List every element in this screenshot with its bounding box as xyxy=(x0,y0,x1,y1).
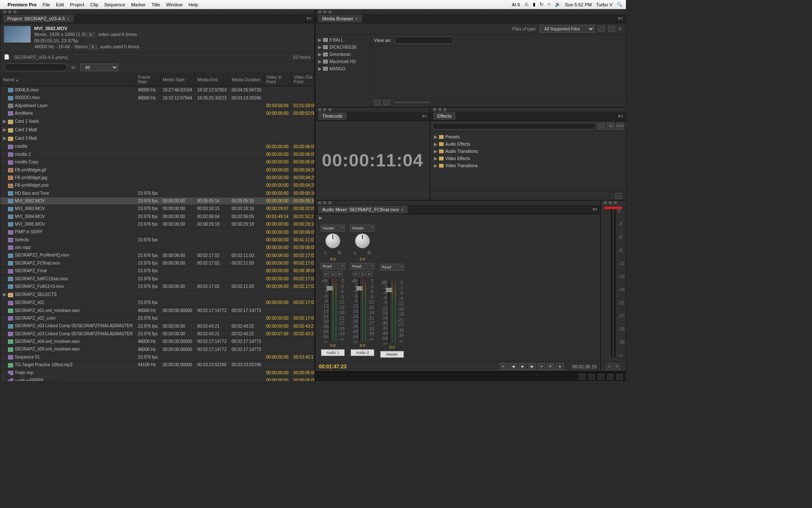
volume-fader[interactable] xyxy=(388,280,390,343)
drive-item[interactable]: ▶DICKCHEESE xyxy=(317,44,368,51)
expand-sends-icon[interactable]: ▶ xyxy=(319,215,322,220)
menu-window[interactable]: Window xyxy=(166,2,183,7)
track-name[interactable]: Audio 2 xyxy=(351,349,374,356)
project-row[interactable]: SEORAPZ_fullFC15sat.mov23.976 fps00:00:0… xyxy=(0,275,314,282)
menu-file[interactable]: File xyxy=(42,2,50,7)
project-row[interactable]: TG-Target Practice 10fast.mp344100 Hz00:… xyxy=(0,361,314,369)
out-point-btn[interactable]: ⇥ xyxy=(538,363,545,370)
col-header[interactable]: Video In Point xyxy=(263,73,291,86)
refresh-icon[interactable]: ↻ xyxy=(618,26,622,32)
mute-btn[interactable]: M xyxy=(323,271,329,276)
project-row[interactable]: Adjustment Layer00:59:56:0901:01:59:08 xyxy=(0,102,314,109)
user-menu[interactable]: Turbo V xyxy=(596,2,612,7)
record-btn[interactable]: R xyxy=(366,271,372,276)
effects-category[interactable]: ▶Presets xyxy=(432,133,624,141)
sb-new-btn[interactable] xyxy=(607,374,613,380)
solo-right-btn[interactable]: S xyxy=(614,364,620,370)
project-row[interactable]: ▶Card 2 Matt xyxy=(0,126,314,134)
col-header[interactable]: Video Out Point xyxy=(291,73,314,86)
project-search-input[interactable] xyxy=(4,64,67,71)
notif-icon[interactable]: ⚠ xyxy=(524,2,529,7)
effects-tab[interactable]: Effects xyxy=(433,112,455,120)
mb-content-area[interactable] xyxy=(370,46,625,98)
volume-icon[interactable]: 🔊 xyxy=(555,2,561,7)
automation-mode-dropdown[interactable]: Read xyxy=(380,264,404,271)
record-btn[interactable]: R xyxy=(337,271,343,276)
sb-bin-btn[interactable] xyxy=(598,374,604,380)
project-row[interactable]: 0004LK.mov48000 Hz18:27:46:0318418:32:12… xyxy=(0,86,314,94)
effects-category[interactable]: ▶Video Transitions xyxy=(432,162,624,169)
wifi-icon[interactable]: ⌔ xyxy=(548,2,551,7)
channel-dropdown[interactable]: ▾ xyxy=(89,44,97,50)
drive-tree[interactable]: ▶8 BALL▶DICKCHEESE▶Greenbean▶Macintosh H… xyxy=(315,35,370,107)
new-bin-btn[interactable] xyxy=(615,193,622,199)
sb-auto-btn[interactable] xyxy=(579,374,585,380)
project-row[interactable]: MVI_3683.MOV23.976 fps00:00:00:0000:03:1… xyxy=(0,205,314,213)
record-btn[interactable]: ● xyxy=(556,363,564,370)
project-row[interactable]: ▶Card 1 Vashi xyxy=(0,117,314,126)
project-row[interactable]: SEORAPZ_v01.xml_mixdown.wav48000 Hz00:00… xyxy=(0,306,314,314)
project-row[interactable]: SEORAPZ_v0123.976 fps00:00:00:0000:02:17… xyxy=(0,299,314,306)
fx-32bit-btn[interactable]: 32 xyxy=(607,123,614,130)
project-row[interactable]: credits Copy00:00:00:0000:00:06:05 xyxy=(0,158,314,166)
clip-thumbnail[interactable] xyxy=(4,26,31,43)
timecode-tab[interactable]: Timecode xyxy=(318,112,347,120)
menu-edit[interactable]: Edit xyxy=(56,2,64,7)
mute-btn[interactable]: M xyxy=(353,271,359,276)
project-row[interactable]: ▶SEORAPZ_SELECTS xyxy=(0,290,314,299)
effects-category[interactable]: ▶Video Effects xyxy=(432,155,624,162)
panel-menu-icon[interactable]: ▾≡ xyxy=(593,207,598,212)
project-row[interactable]: HD Bars and Tone23.976 fps00:00:00:0000:… xyxy=(0,189,314,197)
drive-item[interactable]: ▶MANGO xyxy=(317,65,368,72)
mixer-tab[interactable]: Audio Mixer: SEORAPZ_FCfinal.mov× xyxy=(318,206,408,213)
close-icon[interactable]: × xyxy=(355,16,357,21)
col-header[interactable]: Frame Rate xyxy=(135,73,160,86)
project-row[interactable]: credits 200:00:00:0000:00:06:05 xyxy=(0,150,314,158)
bus-dropdown[interactable]: Master xyxy=(350,225,375,232)
automation-mode-dropdown[interactable]: Read xyxy=(350,263,375,270)
loop-btn[interactable]: ↻ xyxy=(547,363,554,370)
close-icon[interactable]: × xyxy=(401,207,403,212)
par-dropdown[interactable]: ▾ xyxy=(87,32,95,37)
mb-search-input[interactable] xyxy=(395,36,454,44)
project-row[interactable]: MVI_3682.MOV23.976 fps00:00:00:0000:05:0… xyxy=(0,197,314,204)
col-header[interactable]: Media Start xyxy=(160,73,195,86)
close-icon[interactable]: × xyxy=(66,16,69,21)
menu-clip[interactable]: Clip xyxy=(90,2,98,7)
sb-icon-btn[interactable] xyxy=(14,374,20,380)
sb-free-btn[interactable] xyxy=(24,374,30,380)
menu-help[interactable]: Help xyxy=(189,2,198,7)
mb-list-view-btn[interactable] xyxy=(374,99,381,105)
pan-knob[interactable] xyxy=(325,233,340,248)
project-row[interactable]: Selects23.976 fps00:00:00:0000:41:11:01 xyxy=(0,236,314,243)
panel-menu-icon[interactable]: ▾≡ xyxy=(618,16,623,21)
panel-menu-icon[interactable]: ▾≡ xyxy=(307,16,312,21)
app-name[interactable]: Premiere Pro xyxy=(8,2,36,7)
menu-sequence[interactable]: Sequence xyxy=(104,2,125,7)
track-name[interactable]: Audio 1 xyxy=(321,349,345,356)
project-row[interactable]: 0005DO.mov48000 Hz18:32:12:0794418:35:25… xyxy=(0,94,314,102)
volume-fader[interactable] xyxy=(329,278,331,342)
project-row[interactable]: SEORAPZ_FInal23.976 fps00:00:00:0000:08:… xyxy=(0,267,314,275)
effects-tree[interactable]: ▶Presets▶Audio Effects▶Audio Transitions… xyxy=(431,132,625,171)
project-row[interactable]: MVI_3685.MOV23.976 fps00:00:00:0000:00:2… xyxy=(0,221,314,228)
menu-title[interactable]: Title xyxy=(151,2,160,7)
play-btn[interactable]: ▶ xyxy=(519,363,527,370)
battery-icon[interactable]: ▮ xyxy=(533,2,535,7)
back-btn[interactable] xyxy=(598,26,605,32)
project-row[interactable]: Sequence 0123.976 fps00:00:00:0000:53:42… xyxy=(0,353,314,361)
clock[interactable]: Sun 5:52 PM xyxy=(565,2,592,7)
project-row[interactable]: credits00:00:00:0000:00:06:05 xyxy=(0,143,314,150)
drive-item[interactable]: ▶Macintosh HD xyxy=(317,58,368,65)
bus-dropdown[interactable]: Master xyxy=(321,225,345,232)
in-dropdown[interactable]: All xyxy=(80,64,118,71)
mb-thumb-view-btn[interactable] xyxy=(383,99,390,105)
in-point-btn[interactable]: ⇤ xyxy=(500,363,508,370)
menu-project[interactable]: Project xyxy=(70,2,84,7)
project-row[interactable]: SEORAPZ_FCfinal.mov23.976 fps00:00:06:00… xyxy=(0,259,314,267)
solo-btn[interactable]: S xyxy=(330,271,336,276)
project-row[interactable]: seo rapz00:00:00:0000:00:06:05 xyxy=(0,244,314,251)
col-header[interactable]: Media End xyxy=(195,73,229,86)
effects-category[interactable]: ▶Audio Transitions xyxy=(432,148,624,155)
step-back-btn[interactable]: ◀| xyxy=(510,363,517,370)
